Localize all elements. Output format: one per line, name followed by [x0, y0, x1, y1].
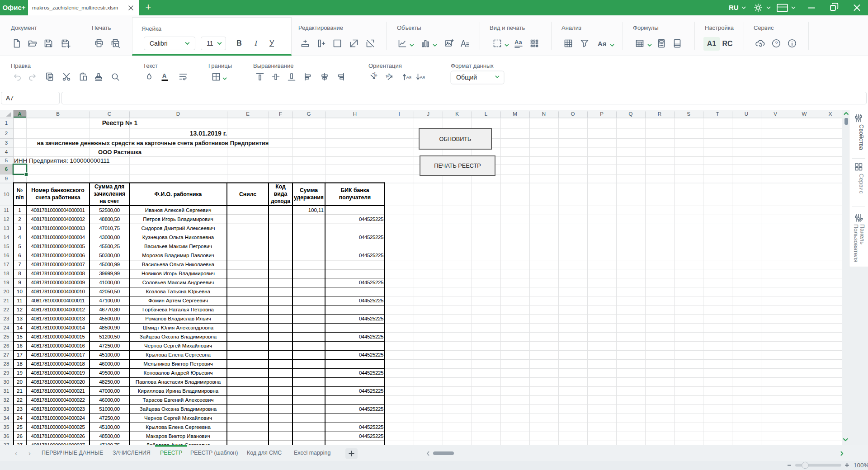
svg-text:22: 22 — [4, 307, 9, 312]
svg-text:12: 12 — [4, 216, 9, 222]
svg-text:40817810000004000007: 40817810000004000007 — [31, 262, 85, 267]
svg-text:Павлова Анастасия Владимировна: Павлова Анастасия Владимировна — [136, 379, 221, 385]
svg-text:Редактирование: Редактирование — [298, 24, 343, 31]
svg-text:40817810000004000023: 40817810000004000023 — [31, 406, 85, 412]
svg-text:25: 25 — [17, 424, 23, 430]
svg-text:Ая: Ая — [598, 40, 607, 47]
svg-text:ООО Растишка: ООО Растишка — [98, 149, 142, 155]
svg-text:P: P — [600, 111, 604, 117]
svg-text:044525225: 044525225 — [359, 235, 383, 240]
svg-text:V: V — [774, 111, 777, 117]
svg-text:47100,00: 47100,00 — [99, 298, 120, 303]
svg-text:ИНН Предприятия: 100000000111: ИНН Предприятия: 100000000111 — [14, 157, 110, 164]
svg-text:G: G — [307, 111, 311, 117]
svg-text:Коновалов Андрей Юрьевич: Коновалов Андрей Юрьевич — [144, 370, 213, 376]
svg-text:044525225: 044525225 — [359, 424, 383, 430]
svg-text:11: 11 — [17, 298, 23, 303]
svg-text:25: 25 — [4, 334, 9, 339]
svg-text:23: 23 — [17, 406, 23, 412]
svg-text:45100,00: 45100,00 — [99, 424, 120, 430]
svg-text:12: 12 — [17, 307, 23, 312]
svg-text:Свойства: Свойства — [858, 124, 865, 150]
svg-text:47250,00: 47250,00 — [99, 415, 120, 421]
svg-text:22: 22 — [17, 397, 23, 403]
svg-text:100%: 100% — [854, 462, 868, 469]
svg-text:2: 2 — [18, 216, 21, 222]
svg-text:40817810000004000019: 40817810000004000019 — [31, 370, 85, 376]
svg-text:40817810000004000024: 40817810000004000024 — [31, 415, 85, 421]
svg-text:15: 15 — [17, 334, 23, 339]
svg-text:32: 32 — [4, 397, 9, 403]
svg-text:24: 24 — [4, 325, 9, 330]
svg-text:10: 10 — [4, 192, 9, 197]
svg-text:Снилс: Снилс — [239, 191, 256, 197]
svg-text:50300,00: 50300,00 — [99, 253, 120, 258]
svg-text:Новиков Игорь Владимирович: Новиков Игорь Владимирович — [142, 271, 215, 276]
svg-text:X: X — [829, 111, 832, 117]
svg-text:14: 14 — [17, 325, 23, 330]
svg-text:Реестр № 1: Реестр № 1 — [102, 119, 138, 127]
svg-text:Чернов Сергей Михайлович: Чернов Сергей Михайлович — [144, 415, 212, 421]
svg-text:D: D — [176, 111, 180, 117]
svg-text:Объекты: Объекты — [397, 24, 421, 31]
svg-text:4: 4 — [18, 235, 21, 240]
svg-text:044525225: 044525225 — [359, 433, 383, 439]
svg-text:Код: Код — [275, 183, 286, 190]
svg-text:45100,00: 45100,00 — [99, 352, 120, 357]
svg-text:Морозов Владимир Павлович: Морозов Владимир Павлович — [142, 253, 214, 258]
svg-text:40817810000004000011: 40817810000004000011 — [31, 298, 85, 303]
svg-text:10: 10 — [17, 289, 23, 294]
svg-text:6: 6 — [5, 166, 8, 172]
svg-text:R: R — [658, 111, 661, 117]
svg-text:Тарасов Евгений Алексеевич: Тарасов Евгений Алексеевич — [143, 397, 214, 403]
svg-text:13.01.2019 г.: 13.01.2019 г. — [190, 130, 227, 137]
svg-text:Крылова Елена Сергеевна: Крылова Елена Сергеевна — [146, 352, 211, 357]
svg-text:17: 17 — [4, 262, 9, 267]
svg-text:Ориентация: Ориентация — [368, 62, 402, 69]
svg-text:п/п: п/п — [15, 194, 24, 201]
svg-text:F: F — [279, 111, 282, 117]
svg-text:C: C — [108, 111, 111, 117]
svg-text:48500,90: 48500,90 — [99, 325, 120, 330]
svg-text:6: 6 — [18, 253, 21, 258]
svg-text:E: E — [246, 111, 250, 117]
svg-text:S: S — [687, 111, 690, 117]
svg-text:100,11: 100,11 — [308, 207, 324, 213]
svg-text:19: 19 — [17, 370, 23, 376]
svg-text:счета работника: счета работника — [36, 194, 80, 201]
svg-text:Анализ: Анализ — [561, 24, 581, 31]
svg-text:40817810000004000008: 40817810000004000008 — [31, 271, 85, 276]
svg-text:Номер банковского: Номер банковского — [31, 187, 84, 193]
svg-text:46770,80: 46770,80 — [99, 307, 120, 312]
svg-text:45000,99: 45000,99 — [99, 262, 120, 267]
svg-text:044525225: 044525225 — [359, 406, 383, 412]
svg-text:RU: RU — [729, 4, 739, 11]
svg-text:044525225: 044525225 — [359, 352, 383, 357]
svg-text:31: 31 — [4, 388, 9, 394]
svg-text:42050,50: 42050,50 — [99, 289, 120, 294]
svg-text:Q: Q — [629, 111, 633, 117]
svg-text:26: 26 — [4, 343, 9, 348]
svg-text:45500,00: 45500,00 — [99, 316, 120, 321]
svg-text:40817810000004000017: 40817810000004000017 — [31, 352, 85, 357]
svg-text:O: O — [571, 111, 575, 117]
svg-text:17: 17 — [17, 352, 23, 357]
svg-text:47000,00: 47000,00 — [99, 388, 120, 394]
svg-text:Панель: Панель — [859, 224, 866, 244]
svg-text:3: 3 — [18, 226, 21, 231]
svg-text:46000,00: 46000,00 — [99, 397, 120, 403]
svg-text:на счет: на счет — [99, 198, 119, 204]
svg-text:044525225: 044525225 — [359, 388, 383, 394]
svg-text:18: 18 — [17, 361, 23, 367]
svg-text:044525225: 044525225 — [359, 334, 383, 339]
svg-text:Зайцева Оксана Владимировна: Зайцева Оксана Владимировна — [140, 406, 217, 412]
svg-text:24: 24 — [17, 415, 23, 421]
svg-text:I: I — [398, 111, 400, 117]
svg-text:L: L — [485, 111, 488, 117]
svg-text:K: K — [455, 111, 459, 117]
svg-text:Сумма: Сумма — [300, 187, 318, 193]
svg-text:на зачисление денежных средств: на зачисление денежных средств на карточ… — [37, 140, 269, 146]
svg-text:Мельников Виктор Петрович: Мельников Виктор Петрович — [143, 361, 212, 367]
svg-text:Вид и печать: Вид и печать — [490, 24, 525, 31]
svg-text:20: 20 — [17, 379, 23, 385]
